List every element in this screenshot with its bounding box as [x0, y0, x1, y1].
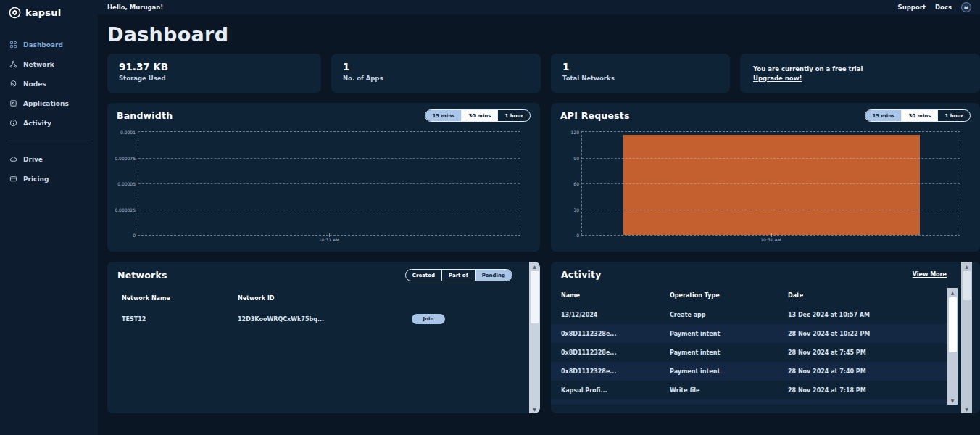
sidebar-item-drive[interactable]: Drive: [0, 149, 98, 169]
y-axis-tick: 120: [571, 130, 579, 135]
plot-gridline: [582, 158, 960, 159]
stat-value: 1: [343, 61, 529, 72]
network-name-cell: TEST12: [122, 316, 238, 323]
greeting-text: Hello, Murugan!: [107, 4, 163, 11]
activity-operation-cell: Payment intent: [670, 349, 788, 356]
networks-scrollbar[interactable]: ▲ ▼: [529, 262, 540, 413]
scroll-down-button[interactable]: ▼: [947, 396, 958, 405]
main-area: Hello, Murugan! Support Docs M Dashboard…: [98, 0, 980, 435]
drive-icon: [9, 155, 17, 163]
activity-row[interactable]: 0x8D1112328e... Payment intent 28 Nov 20…: [551, 362, 958, 381]
page-title: Dashboard: [107, 24, 980, 46]
tab-part-of[interactable]: Part of: [442, 270, 476, 281]
api-requests-panel-head: API Requests 15 mins 30 mins 1 hour: [560, 109, 971, 122]
activity-date-cell: 28 Nov 2024 at 10:22 PM: [788, 331, 948, 337]
activity-operation-cell: Payment intent: [670, 331, 788, 337]
plot-gridline: [582, 183, 960, 184]
filter-1-hour[interactable]: 1 hour: [938, 110, 970, 121]
sidebar-item-label: Network: [23, 61, 54, 68]
filter-15-mins[interactable]: 15 mins: [425, 110, 462, 121]
scroll-down-button[interactable]: ▼: [529, 405, 540, 413]
sidebar-item-activity[interactable]: Activity: [0, 113, 98, 133]
bandwidth-time-filter: 15 mins 30 mins 1 hour: [425, 109, 531, 122]
join-button[interactable]: Join: [412, 314, 445, 324]
activity-date-cell: 13 Dec 2024 at 10:57 AM: [788, 312, 948, 318]
stat-label: No. of Apps: [343, 75, 529, 82]
scroll-up-button[interactable]: ▲: [529, 262, 540, 270]
sidebar-item-pricing[interactable]: Pricing: [0, 169, 98, 188]
api-requests-time-filter: 15 mins 30 mins 1 hour: [865, 109, 971, 122]
sidebar-item-nodes[interactable]: Nodes: [0, 74, 98, 94]
activity-row[interactable]: Kapsul Profi... Write file 28 Nov 2024 a…: [551, 381, 958, 399]
networks-panel-head: Networks Created Part of Pending: [107, 269, 540, 281]
activity-operation-cell: Create app: [670, 312, 788, 318]
activity-row-partial: [551, 399, 958, 405]
bandwidth-title: Bandwidth: [117, 110, 173, 121]
brand-logo[interactable]: kapsul: [0, 0, 98, 19]
activity-panel-scrollbar[interactable]: ▲ ▼: [961, 262, 972, 413]
filter-30-mins[interactable]: 30 mins: [462, 110, 498, 121]
column-date: Date: [788, 292, 970, 299]
bandwidth-panel: Bandwidth 15 mins 30 mins 1 hour 0.0001 …: [107, 103, 540, 252]
column-operation-type: Operation Type: [670, 292, 788, 299]
y-axis-tick: 60: [573, 181, 579, 186]
sidebar-item-dashboard[interactable]: Dashboard: [0, 35, 98, 54]
filter-15-mins[interactable]: 15 mins: [865, 110, 902, 121]
upgrade-link[interactable]: Upgrade now!: [753, 75, 802, 82]
tab-created[interactable]: Created: [406, 270, 442, 281]
brand-name: kapsul: [25, 7, 61, 18]
charts-row: Bandwidth 15 mins 30 mins 1 hour 0.0001 …: [107, 103, 980, 252]
activity-rows: 13/12/2024 Create app 13 Dec 2024 at 10:…: [551, 305, 958, 399]
column-name: Name: [561, 292, 670, 299]
arrow-down-icon: ▼: [965, 407, 968, 412]
scroll-up-button[interactable]: ▲: [947, 288, 958, 297]
activity-table-scrollbar[interactable]: ▲ ▼: [947, 288, 958, 405]
support-link[interactable]: Support: [898, 4, 926, 11]
activity-panel-head: Activity View More: [551, 269, 980, 280]
stat-value: 1: [562, 61, 718, 72]
stat-label: Total Networks: [562, 75, 718, 82]
filter-30-mins[interactable]: 30 mins: [902, 110, 938, 121]
sidebar-item-network[interactable]: Network: [0, 54, 98, 74]
sidebar-divider: [7, 141, 91, 141]
activity-operation-cell: Write file: [670, 387, 788, 394]
column-network-name: Network Name: [122, 295, 238, 302]
plot-gridline: [138, 183, 520, 184]
bandwidth-panel-head: Bandwidth 15 mins 30 mins 1 hour: [117, 109, 531, 122]
docs-link[interactable]: Docs: [935, 4, 952, 11]
x-axis-tick: 10:31 AM: [760, 237, 781, 242]
topbar: Hello, Murugan! Support Docs M: [98, 0, 980, 14]
x-axis-tick: 10:31 AM: [319, 237, 339, 242]
topbar-actions: Support Docs M: [898, 2, 971, 12]
filter-1-hour[interactable]: 1 hour: [498, 110, 530, 121]
avatar[interactable]: M: [961, 2, 971, 12]
sidebar-item-label: Nodes: [23, 80, 46, 88]
scroll-up-button[interactable]: ▲: [961, 262, 972, 270]
y-axis-tick: 0.000075: [115, 155, 136, 160]
scrollbar-thumb[interactable]: [531, 271, 539, 323]
sidebar-item-applications[interactable]: Applications: [0, 94, 98, 113]
activity-name-cell: 0x8D1112328e...: [561, 331, 670, 337]
stat-card-apps: 1 No. of Apps: [331, 54, 541, 93]
arrow-up-icon: ▲: [965, 264, 968, 269]
activity-row[interactable]: 0x8D1112328e... Payment intent 28 Nov 20…: [551, 343, 958, 362]
activity-row[interactable]: 0x8D1112328e... Payment intent 28 Nov 20…: [551, 324, 958, 343]
activity-name-cell: 13/12/2024: [561, 312, 670, 318]
stat-value: 91.37 KB: [119, 61, 310, 72]
scrollbar-thumb[interactable]: [949, 297, 957, 352]
activity-panel: Activity View More Name Operation Type D…: [551, 262, 980, 413]
activity-row[interactable]: 13/12/2024 Create app 13 Dec 2024 at 10:…: [551, 305, 958, 324]
y-axis-tick: 0.000025: [115, 207, 136, 212]
activity-table-header: Name Operation Type Date: [551, 292, 980, 299]
tab-pending[interactable]: Pending: [476, 270, 512, 281]
nodes-icon: [9, 80, 17, 88]
scrollbar-thumb[interactable]: [963, 271, 971, 300]
sidebar-item-label: Activity: [23, 120, 51, 127]
stat-card-storage: 91.37 KB Storage Used: [107, 54, 321, 93]
view-more-link[interactable]: View More: [913, 271, 947, 278]
plot-gridline: [138, 210, 520, 210]
sidebar-item-label: Drive: [23, 156, 43, 163]
y-axis-tick: 0: [576, 233, 579, 238]
scroll-down-button[interactable]: ▼: [961, 405, 972, 413]
activity-operation-cell: Payment intent: [670, 368, 788, 375]
